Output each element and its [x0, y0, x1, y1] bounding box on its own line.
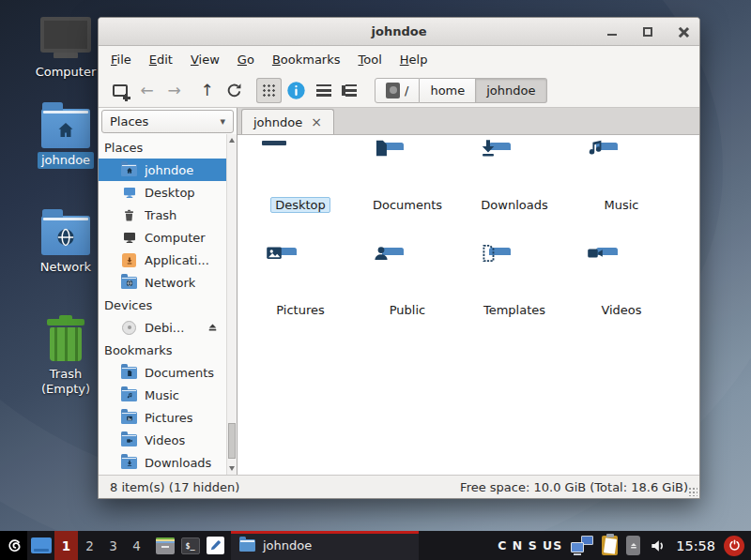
compact-view-button[interactable]: [311, 78, 336, 103]
desktop-icon-trash[interactable]: Trash (Empty): [23, 311, 109, 399]
scrollbar-thumb[interactable]: [228, 423, 236, 459]
up-button[interactable]: ↑: [194, 78, 220, 103]
item-count-status: 8 item(s) (17 hidden): [110, 480, 460, 494]
forward-icon: →: [167, 83, 180, 98]
scroll-up-arrow[interactable]: [229, 138, 235, 143]
file-item-downloads[interactable]: Downloads: [461, 148, 568, 253]
menu-view[interactable]: View: [191, 53, 220, 67]
toolbar: ← → ↑ / home johndoe: [99, 73, 699, 108]
sidebar-header-places: Places: [99, 136, 226, 159]
sidebar-item-debian-volume[interactable]: Debi...: [99, 316, 226, 339]
keyboard-layout-indicator[interactable]: C N S US: [498, 538, 562, 552]
application-menu-button[interactable]: [0, 531, 27, 560]
network-tray-icon[interactable]: [571, 536, 593, 555]
volume-icon[interactable]: [649, 537, 667, 555]
file-item-documents[interactable]: Documents: [354, 148, 461, 253]
desktop-icon-label: Computer: [32, 64, 100, 81]
terminal-launcher[interactable]: $_: [177, 531, 203, 560]
file-item-desktop[interactable]: Desktop: [247, 148, 354, 253]
show-desktop-button[interactable]: [27, 531, 54, 560]
resize-grip[interactable]: [688, 487, 697, 496]
sidebar-item-videos[interactable]: Videos: [99, 429, 226, 451]
path-home-button[interactable]: home: [420, 78, 476, 103]
sidebar-item-johndoe[interactable]: johndoe: [99, 159, 226, 181]
sidebar-header-bookmarks: Bookmarks: [99, 339, 226, 361]
desktop-icon-network[interactable]: Network: [23, 208, 109, 276]
desktop-icon-johndoe[interactable]: johndoe: [23, 101, 109, 169]
power-button[interactable]: [724, 536, 744, 556]
removable-media-tray-icon[interactable]: [626, 536, 640, 555]
titlebar[interactable]: johndoe: [99, 18, 699, 46]
sidebar-item-network[interactable]: Network: [99, 271, 226, 294]
folder-view: johndoe × Desktop Documents D: [238, 108, 699, 475]
sidebar-item-applications[interactable]: Applicati...: [99, 249, 226, 271]
sidebar-item-computer[interactable]: Computer: [99, 226, 226, 249]
menu-bookmarks[interactable]: Bookmarks: [272, 53, 341, 67]
file-item-pictures[interactable]: Pictures: [247, 253, 354, 358]
file-item-music[interactable]: Music: [568, 148, 675, 253]
path-johndoe-button[interactable]: johndoe: [476, 78, 546, 103]
window-body: Places ▾ Places johndoe Desktop: [99, 108, 699, 475]
path-root-button[interactable]: /: [375, 78, 420, 103]
chevron-down-icon: ▾: [220, 115, 225, 128]
file-item-templates[interactable]: Templates: [461, 253, 568, 358]
sidebar-scrollbar[interactable]: [226, 134, 237, 475]
home-folder-icon: [121, 164, 137, 176]
documents-folder-icon: [121, 367, 137, 379]
desktop-icon: [121, 186, 137, 200]
workspace-1[interactable]: 1: [54, 531, 78, 560]
tab-johndoe[interactable]: johndoe ×: [241, 109, 334, 134]
desktop-icon-label: Trash (Empty): [33, 366, 99, 399]
tab-close-icon[interactable]: ×: [311, 115, 322, 129]
info-button[interactable]: [284, 78, 309, 103]
sidebar-item-documents[interactable]: Documents: [99, 361, 226, 384]
back-icon: ←: [140, 83, 153, 98]
workspace-4[interactable]: 4: [125, 531, 148, 560]
file-item-videos[interactable]: Videos: [568, 253, 675, 358]
music-folder-icon: [121, 389, 137, 401]
minimize-button[interactable]: [605, 25, 619, 38]
menubar: File Edit View Go Bookmarks Tool Help: [99, 46, 699, 73]
desktop-icon-computer[interactable]: Computer: [23, 17, 109, 81]
tab-bar: johndoe ×: [238, 108, 699, 135]
clock[interactable]: 15:58: [676, 538, 715, 553]
refresh-button[interactable]: [222, 78, 247, 103]
refresh-icon: [225, 82, 243, 99]
scroll-down-arrow[interactable]: [229, 466, 235, 471]
videos-folder-icon: [121, 434, 137, 446]
new-tab-icon: [113, 84, 128, 97]
close-button[interactable]: [677, 25, 690, 38]
sidebar-item-downloads[interactable]: Downloads: [99, 451, 226, 474]
clipboard-tray-icon[interactable]: [602, 536, 618, 555]
home-folder-icon: [41, 109, 90, 148]
task-button-johndoe[interactable]: johndoe: [231, 531, 419, 560]
icon-view-button[interactable]: [256, 78, 282, 103]
workspace-3[interactable]: 3: [101, 531, 125, 560]
sidebar-item-music[interactable]: Music: [99, 384, 226, 406]
text-editor-launcher[interactable]: [203, 531, 228, 560]
menu-edit[interactable]: Edit: [149, 53, 173, 67]
file-manager-launcher[interactable]: [152, 531, 177, 560]
menu-help[interactable]: Help: [400, 53, 428, 67]
menu-go[interactable]: Go: [238, 53, 254, 67]
network-folder-icon: [121, 277, 137, 289]
trash-icon: [121, 208, 137, 222]
sidebar-item-desktop[interactable]: Desktop: [99, 181, 226, 204]
detailed-view-button[interactable]: [338, 78, 363, 103]
forward-button[interactable]: →: [161, 78, 187, 103]
eject-button[interactable]: [207, 322, 219, 334]
back-button[interactable]: ←: [134, 78, 160, 103]
menu-tool[interactable]: Tool: [359, 53, 382, 67]
drive-icon: [386, 83, 400, 98]
folder-icon: [239, 539, 255, 552]
file-item-public[interactable]: Public: [354, 253, 461, 358]
maximize-button[interactable]: [641, 25, 654, 38]
sidebar-item-trash[interactable]: Trash: [99, 204, 226, 226]
task-button-label: johndoe: [263, 538, 312, 552]
menu-file[interactable]: File: [111, 53, 131, 67]
new-tab-button[interactable]: [107, 78, 132, 103]
places-dropdown[interactable]: Places ▾: [101, 110, 234, 133]
workspace-2[interactable]: 2: [78, 531, 101, 560]
path-bar: / home johndoe: [375, 78, 547, 103]
sidebar-item-pictures[interactable]: Pictures: [99, 406, 226, 429]
